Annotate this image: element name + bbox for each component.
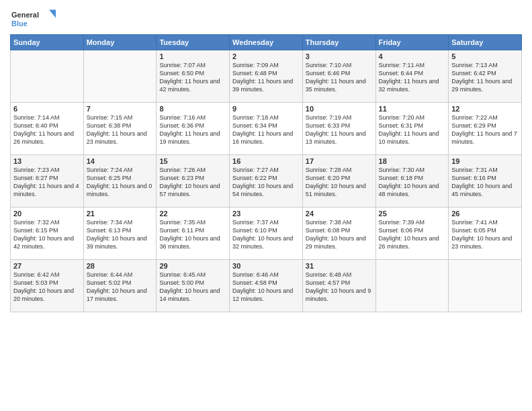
day-number: 25 [379, 210, 446, 218]
calendar-cell: 4Sunrise: 7:11 AMSunset: 6:44 PMDaylight… [375, 50, 449, 103]
week-row-2: 6Sunrise: 7:14 AMSunset: 6:40 PMDaylight… [11, 103, 522, 155]
day-number: 3 [306, 52, 373, 60]
cell-info: Sunrise: 6:44 AMSunset: 5:02 PMDaylight:… [87, 271, 154, 304]
calendar-cell: 24Sunrise: 7:38 AMSunset: 6:08 PMDayligh… [302, 208, 375, 260]
cell-info: Sunrise: 6:45 AMSunset: 5:00 PMDaylight:… [159, 271, 226, 304]
day-number: 26 [451, 210, 519, 218]
calendar-cell: 3Sunrise: 7:10 AMSunset: 6:46 PMDaylight… [302, 50, 375, 103]
cell-info: Sunrise: 7:22 AMSunset: 6:29 PMDaylight:… [451, 113, 519, 146]
calendar-cell: 30Sunrise: 6:46 AMSunset: 4:58 PMDayligh… [230, 260, 303, 312]
cell-info: Sunrise: 7:09 AMSunset: 6:48 PMDaylight:… [232, 61, 300, 94]
weekday-header-monday: Monday [83, 35, 157, 50]
calendar-cell: 29Sunrise: 6:45 AMSunset: 5:00 PMDayligh… [157, 260, 230, 312]
cell-info: Sunrise: 7:34 AMSunset: 6:13 PMDaylight:… [87, 218, 154, 251]
calendar-cell: 19Sunrise: 7:31 AMSunset: 6:16 PMDayligh… [449, 155, 522, 208]
calendar-body: 1Sunrise: 7:07 AMSunset: 6:50 PMDaylight… [11, 50, 522, 312]
calendar-cell [11, 50, 84, 103]
calendar-cell: 10Sunrise: 7:19 AMSunset: 6:33 PMDayligh… [302, 103, 375, 155]
calendar-cell [83, 50, 157, 103]
day-number: 20 [13, 210, 81, 218]
cell-info: Sunrise: 7:07 AMSunset: 6:50 PMDaylight:… [159, 61, 226, 94]
calendar-cell: 11Sunrise: 7:20 AMSunset: 6:31 PMDayligh… [375, 103, 449, 155]
day-number: 7 [87, 105, 154, 113]
logo-icon: General Blue [10, 7, 57, 30]
header-row: SundayMondayTuesdayWednesdayThursdayFrid… [11, 35, 522, 50]
cell-info: Sunrise: 7:38 AMSunset: 6:08 PMDaylight:… [306, 218, 373, 251]
weekday-header-thursday: Thursday [302, 35, 375, 50]
calendar-cell: 18Sunrise: 7:30 AMSunset: 6:18 PMDayligh… [375, 155, 449, 208]
day-number: 2 [232, 52, 300, 60]
calendar-header: SundayMondayTuesdayWednesdayThursdayFrid… [11, 35, 522, 50]
day-number: 21 [87, 210, 154, 218]
day-number: 18 [379, 157, 446, 165]
day-number: 16 [232, 157, 300, 165]
calendar-cell [449, 260, 522, 312]
day-number: 13 [13, 157, 81, 165]
cell-info: Sunrise: 7:20 AMSunset: 6:31 PMDaylight:… [379, 113, 446, 146]
calendar-table: SundayMondayTuesdayWednesdayThursdayFrid… [10, 34, 522, 312]
day-number: 22 [159, 210, 226, 218]
logo: General Blue [10, 7, 57, 30]
calendar-cell: 7Sunrise: 7:15 AMSunset: 6:38 PMDaylight… [83, 103, 157, 155]
day-number: 29 [159, 262, 226, 270]
calendar-cell: 15Sunrise: 7:26 AMSunset: 6:23 PMDayligh… [157, 155, 230, 208]
cell-info: Sunrise: 6:46 AMSunset: 4:58 PMDaylight:… [232, 271, 300, 304]
day-number: 31 [306, 262, 373, 270]
day-number: 30 [232, 262, 300, 270]
cell-info: Sunrise: 7:41 AMSunset: 6:05 PMDaylight:… [451, 218, 519, 251]
calendar-cell: 2Sunrise: 7:09 AMSunset: 6:48 PMDaylight… [230, 50, 303, 103]
day-number: 19 [451, 157, 519, 165]
day-number: 12 [451, 105, 519, 113]
cell-info: Sunrise: 7:10 AMSunset: 6:46 PMDaylight:… [306, 61, 373, 94]
calendar-cell: 20Sunrise: 7:32 AMSunset: 6:15 PMDayligh… [11, 208, 84, 260]
cell-info: Sunrise: 7:35 AMSunset: 6:11 PMDaylight:… [159, 218, 226, 251]
weekday-header-tuesday: Tuesday [157, 35, 230, 50]
week-row-3: 13Sunrise: 7:23 AMSunset: 6:27 PMDayligh… [11, 155, 522, 208]
cell-info: Sunrise: 7:14 AMSunset: 6:40 PMDaylight:… [13, 113, 81, 146]
day-number: 14 [87, 157, 154, 165]
cell-info: Sunrise: 7:27 AMSunset: 6:22 PMDaylight:… [232, 166, 300, 199]
day-number: 28 [87, 262, 154, 270]
weekday-header-wednesday: Wednesday [230, 35, 303, 50]
calendar-cell: 17Sunrise: 7:28 AMSunset: 6:20 PMDayligh… [302, 155, 375, 208]
calendar-cell: 21Sunrise: 7:34 AMSunset: 6:13 PMDayligh… [83, 208, 157, 260]
day-number: 10 [306, 105, 373, 113]
cell-info: Sunrise: 6:48 AMSunset: 4:57 PMDaylight:… [306, 271, 373, 304]
cell-info: Sunrise: 7:13 AMSunset: 6:42 PMDaylight:… [451, 61, 519, 94]
weekday-header-sunday: Sunday [11, 35, 84, 50]
day-number: 27 [13, 262, 81, 270]
cell-info: Sunrise: 7:30 AMSunset: 6:18 PMDaylight:… [379, 166, 446, 199]
day-number: 4 [379, 52, 446, 60]
calendar-cell: 8Sunrise: 7:16 AMSunset: 6:36 PMDaylight… [157, 103, 230, 155]
cell-info: Sunrise: 7:37 AMSunset: 6:10 PMDaylight:… [232, 218, 300, 251]
calendar-cell: 22Sunrise: 7:35 AMSunset: 6:11 PMDayligh… [157, 208, 230, 260]
calendar-cell: 25Sunrise: 7:39 AMSunset: 6:06 PMDayligh… [375, 208, 449, 260]
calendar-cell: 1Sunrise: 7:07 AMSunset: 6:50 PMDaylight… [157, 50, 230, 103]
svg-marker-2 [49, 10, 56, 18]
weekday-header-saturday: Saturday [449, 35, 522, 50]
cell-info: Sunrise: 7:18 AMSunset: 6:34 PMDaylight:… [232, 113, 300, 146]
cell-info: Sunrise: 7:19 AMSunset: 6:33 PMDaylight:… [306, 113, 373, 146]
cell-info: Sunrise: 7:15 AMSunset: 6:38 PMDaylight:… [87, 113, 154, 146]
cell-info: Sunrise: 7:39 AMSunset: 6:06 PMDaylight:… [379, 218, 446, 251]
day-number: 24 [306, 210, 373, 218]
calendar-cell: 9Sunrise: 7:18 AMSunset: 6:34 PMDaylight… [230, 103, 303, 155]
week-row-4: 20Sunrise: 7:32 AMSunset: 6:15 PMDayligh… [11, 208, 522, 260]
calendar-cell: 28Sunrise: 6:44 AMSunset: 5:02 PMDayligh… [83, 260, 157, 312]
day-number: 9 [232, 105, 300, 113]
calendar-cell: 5Sunrise: 7:13 AMSunset: 6:42 PMDaylight… [449, 50, 522, 103]
day-number: 23 [232, 210, 300, 218]
svg-text:Blue: Blue [11, 19, 28, 28]
calendar-cell: 13Sunrise: 7:23 AMSunset: 6:27 PMDayligh… [11, 155, 84, 208]
week-row-1: 1Sunrise: 7:07 AMSunset: 6:50 PMDaylight… [11, 50, 522, 103]
calendar-cell: 27Sunrise: 6:42 AMSunset: 5:03 PMDayligh… [11, 260, 84, 312]
cell-info: Sunrise: 6:42 AMSunset: 5:03 PMDaylight:… [13, 271, 81, 304]
cell-info: Sunrise: 7:31 AMSunset: 6:16 PMDaylight:… [451, 166, 519, 199]
day-number: 8 [159, 105, 226, 113]
day-number: 6 [13, 105, 81, 113]
page-header: General Blue [10, 7, 522, 30]
svg-text:General: General [11, 11, 39, 19]
calendar-cell: 6Sunrise: 7:14 AMSunset: 6:40 PMDaylight… [11, 103, 84, 155]
day-number: 1 [159, 52, 226, 60]
cell-info: Sunrise: 7:11 AMSunset: 6:44 PMDaylight:… [379, 61, 446, 94]
